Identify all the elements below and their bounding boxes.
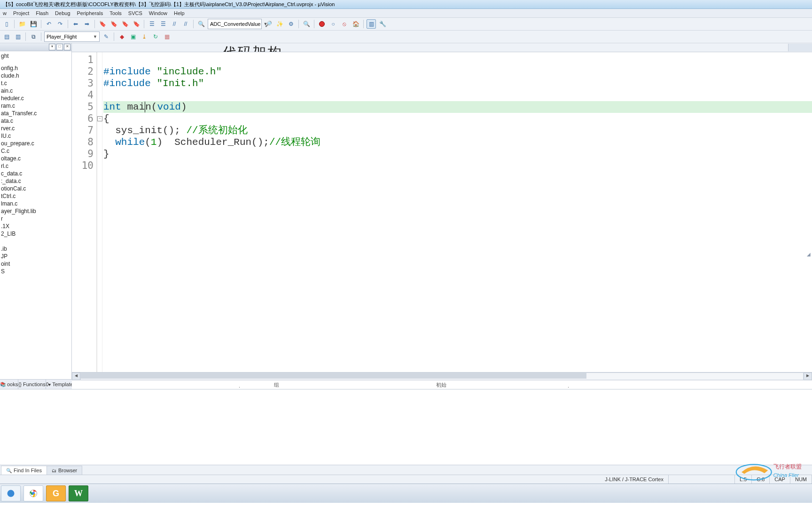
tree-item[interactable]: ata.c (0, 117, 71, 125)
zoom-icon[interactable]: 🔍 (302, 19, 311, 29)
tree-item[interactable]: :_data.c (0, 177, 71, 185)
tree-item[interactable]: S (0, 268, 71, 275)
tree-item[interactable]: tCtrl.c (0, 192, 71, 200)
scroll-track[interactable] (80, 373, 804, 380)
tree-item[interactable]: ain.c (0, 87, 71, 95)
target-options-icon[interactable]: ✎ (102, 32, 111, 41)
build-icon[interactable]: ▥ (13, 32, 23, 41)
search-combo[interactable]: ADC_ConvertedValue ▼ (208, 19, 262, 29)
outdent-icon[interactable]: ☰ (158, 19, 168, 29)
code-line[interactable] (103, 160, 812, 172)
manage-icon[interactable]: ◆ (117, 32, 126, 41)
fold-toggle-icon[interactable]: − (97, 116, 102, 121)
download-icon[interactable]: ⤓ (140, 32, 149, 41)
menu-item[interactable]: Help (174, 10, 185, 16)
tree-item[interactable]: ght (0, 52, 71, 60)
fwd-icon[interactable]: ➡ (82, 19, 92, 29)
tree-item[interactable]: onfig.h (0, 64, 71, 72)
code-line[interactable]: sys_init(); //系统初始化 (103, 125, 812, 136)
tree-item[interactable]: rl.c (0, 162, 71, 170)
menu-item[interactable]: Debug (55, 10, 70, 16)
undo-icon[interactable]: ↶ (44, 19, 54, 29)
panel-close-icon[interactable]: ✕ (64, 44, 70, 50)
code-line[interactable]: #include "include.h" (103, 66, 812, 78)
tree-item[interactable]: c_data.c (0, 170, 71, 177)
bookmark-next-icon[interactable]: 🔖 (120, 19, 130, 29)
code-line[interactable]: } (103, 148, 812, 160)
code-line[interactable]: { (103, 113, 812, 125)
tree-item[interactable] (0, 238, 71, 245)
tree-item[interactable]: ram.c (0, 102, 71, 110)
no-entry-icon[interactable]: ⦸ (340, 19, 349, 29)
help-icon[interactable]: 🏠 (351, 19, 360, 29)
menu-item[interactable]: Tools (109, 10, 122, 16)
refresh-icon[interactable]: ↻ (151, 32, 160, 41)
tree-item[interactable]: JP (0, 253, 71, 260)
bookmark-clear-icon[interactable]: 🔖 (132, 19, 141, 29)
taskbar-wps[interactable]: W (69, 485, 88, 501)
menu-item[interactable]: Flash (36, 10, 48, 16)
code-line[interactable] (103, 89, 812, 101)
rebuild-icon[interactable]: ⧉ (29, 32, 38, 41)
new-file-icon[interactable]: ▯ (2, 19, 11, 29)
code-line[interactable] (103, 54, 812, 66)
indent-icon[interactable]: ☰ (147, 19, 156, 29)
wrench-icon[interactable]: 🔧 (378, 19, 387, 29)
target-combo[interactable]: Player_Flight ▼ (44, 32, 100, 42)
scroll-left-icon[interactable]: ◀ (72, 373, 80, 380)
window-layout-icon[interactable]: ▥ (367, 19, 376, 29)
resize-grip-icon[interactable]: ◢ (805, 0, 812, 508)
panel-pin-icon[interactable]: □ (56, 44, 63, 50)
tree-item[interactable]: otionCal.c (0, 185, 71, 192)
tree-item[interactable]: oltage.c (0, 155, 71, 162)
findfiles-icon[interactable]: 🔍 (196, 19, 206, 29)
save-icon[interactable]: 💾 (29, 19, 38, 29)
menu-item[interactable]: Peripherals (77, 10, 103, 16)
tree-item[interactable]: C.c (0, 147, 71, 155)
tree-item[interactable]: .1X (0, 222, 71, 230)
back-icon[interactable]: ⬅ (71, 19, 80, 29)
tab-books[interactable]: 📚ooks (0, 380, 18, 389)
panel-menu-icon[interactable]: ▾ (49, 44, 55, 50)
tree-item[interactable]: .ib (0, 245, 71, 253)
redo-icon[interactable]: ↷ (55, 19, 65, 29)
h-scrollbar[interactable]: ◀ ▶ (72, 372, 812, 380)
tree-item[interactable]: IU.c (0, 132, 71, 140)
project-tree[interactable]: ghtonfig.hclude.ht.cain.cheduler.cram.ca… (0, 51, 71, 379)
tree-item[interactable]: r (0, 215, 71, 222)
bookmark-icon[interactable]: 🔖 (98, 19, 107, 29)
tree-item[interactable]: ou_prepare.c (0, 140, 71, 147)
code-area[interactable]: #include "include.h"#include "Init.h"int… (102, 52, 812, 372)
tree-item[interactable]: rver.c (0, 125, 71, 132)
scroll-thumb[interactable] (81, 373, 586, 379)
code-line[interactable]: while(1) Scheduler_Run();//线程轮询 (103, 136, 812, 148)
code-line[interactable]: #include "Init.h" (103, 78, 812, 89)
start-button[interactable] (1, 485, 21, 501)
record-stop-icon[interactable]: ○ (328, 19, 338, 29)
translate-icon[interactable]: ▤ (2, 32, 11, 41)
tree-item[interactable]: heduler.c (0, 95, 71, 102)
taskbar-pdf[interactable]: G (46, 485, 66, 501)
tree-item[interactable]: ayer_Flight.lib (0, 207, 71, 215)
tree-item[interactable]: oint (0, 260, 71, 268)
tree-item[interactable]: t.c (0, 79, 71, 87)
taskbar-chrome[interactable] (23, 485, 43, 501)
find-next-icon[interactable]: 🔎 (264, 19, 273, 29)
magic-icon[interactable]: ✨ (275, 19, 284, 29)
record-icon[interactable] (317, 19, 327, 29)
bookmark-prev-icon[interactable]: 🔖 (109, 19, 118, 29)
tree-item[interactable]: ata_Transfer.c (0, 110, 71, 117)
uncomment-icon[interactable]: // (181, 19, 190, 29)
tab-functions[interactable]: {}Functions (18, 380, 46, 389)
tree-item[interactable]: clude.h (0, 72, 71, 79)
batch-icon[interactable]: ▦ (162, 32, 172, 41)
menu-item[interactable]: Project (13, 10, 29, 16)
tree-item[interactable]: 2_LIB (0, 230, 71, 238)
open-icon[interactable]: 📁 (17, 19, 27, 29)
pack-icon[interactable]: ▣ (128, 32, 138, 41)
comment-icon[interactable]: // (170, 19, 179, 29)
tab-browser[interactable]: 🗂 Browser (47, 466, 82, 475)
menu-item[interactable]: Window (149, 10, 167, 16)
tree-item[interactable]: lman.c (0, 200, 71, 207)
options-icon[interactable]: ⚙ (286, 19, 296, 29)
